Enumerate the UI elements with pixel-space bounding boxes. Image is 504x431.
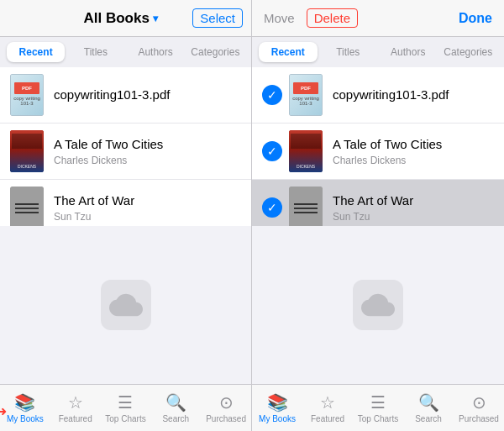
tab-authors-left[interactable]: Authors — [127, 42, 185, 62]
book-author: Charles Dickens — [333, 155, 494, 166]
dropdown-arrow-icon[interactable]: ▾ — [153, 13, 158, 24]
left-bottom-bar: 📚 ➜ My Books ☆ Featured ☰ Top Charts 🔍 S… — [0, 384, 251, 431]
star-icon: ☆ — [68, 392, 83, 413]
bottom-tab-label: Purchased — [206, 414, 246, 423]
all-books-label: All Books — [83, 10, 149, 27]
book-author: Charles Dickens — [54, 155, 241, 166]
right-tab-bar: Recent Titles Authors Categories — [252, 37, 504, 67]
bottom-tab-label: Search — [162, 414, 189, 423]
list-item[interactable]: ✓ PDF copy writing 101-3 copywriting101-… — [252, 67, 504, 124]
done-button[interactable]: Done — [455, 9, 496, 28]
list-item[interactable]: PDF copy writing 101-3 copywriting101-3.… — [0, 67, 251, 124]
book-cover-pdf: PDF copy writing 101-3 — [289, 74, 323, 116]
list-item[interactable]: DICKENS A Tale of Two Cities Charles Dic… — [0, 124, 251, 180]
bottom-tab-search-right[interactable]: 🔍 Search — [403, 388, 454, 428]
right-bottom-bar: 📚 My Books ☆ Featured ☰ Top Charts 🔍 Sea… — [252, 384, 504, 431]
right-panel: Move Delete Done Recent Titles Authors C… — [252, 0, 504, 431]
icloud-icon — [101, 280, 151, 330]
bottom-tab-label: Featured — [311, 414, 344, 423]
book-info: A Tale of Two Cities Charles Dickens — [54, 136, 241, 166]
right-header: Move Delete Done — [252, 0, 504, 37]
left-panel: All Books ▾ Select Recent Titles Authors… — [0, 0, 252, 431]
list-item[interactable]: ✓ The Art of War Sun Tzu — [252, 180, 504, 226]
search-icon: 🔍 — [165, 392, 186, 413]
list-item[interactable]: ✓ DICKENS A Tale of Two Cities Charles D… — [252, 124, 504, 180]
list-icon: ☰ — [118, 392, 133, 413]
list-icon: ☰ — [370, 392, 386, 413]
delete-button[interactable]: Delete — [307, 8, 358, 28]
left-header: All Books ▾ Select — [0, 0, 251, 37]
book-title: The Art of War — [333, 192, 494, 209]
book-cover-war — [10, 187, 44, 226]
red-arrow-icon: ➜ — [0, 403, 7, 419]
tab-recent-right[interactable]: Recent — [259, 42, 318, 62]
book-info: The Art of War Sun Tzu — [54, 192, 241, 223]
icloud-icon-right — [353, 280, 403, 330]
book-title: copywriting101-3.pdf — [333, 87, 494, 103]
book-title: The Art of War — [54, 192, 241, 209]
star-icon: ☆ — [320, 392, 335, 413]
book-title: A Tale of Two Cities — [54, 136, 241, 153]
bottom-tab-label: Search — [415, 414, 442, 423]
bottom-tab-purchased-right[interactable]: ⊙ Purchased — [454, 388, 504, 428]
book-cover-tale: DICKENS — [10, 130, 44, 172]
tab-titles-left[interactable]: Titles — [66, 42, 124, 62]
book-cover-pdf: PDF copy writing 101-3 — [10, 74, 44, 116]
select-circle-checked[interactable]: ✓ — [262, 197, 282, 218]
book-title: A Tale of Two Cities — [333, 136, 494, 153]
bottom-tab-search-left[interactable]: 🔍 Search — [150, 388, 201, 428]
right-book-list: ✓ PDF copy writing 101-3 copywriting101-… — [252, 67, 504, 226]
book-info: copywriting101-3.pdf — [333, 87, 494, 103]
bottom-tab-label: My Books — [7, 414, 44, 423]
purchased-icon: ⊙ — [472, 392, 486, 413]
bottom-tab-label: Featured — [59, 414, 92, 423]
tab-recent-left[interactable]: Recent — [7, 42, 65, 62]
left-tab-bar: Recent Titles Authors Categories — [0, 37, 251, 67]
bottom-tab-featured-left[interactable]: ☆ Featured — [50, 388, 101, 428]
book-author: Sun Tzu — [333, 211, 494, 223]
book-title: copywriting101-3.pdf — [54, 87, 241, 103]
select-circle-checked[interactable]: ✓ — [262, 141, 282, 161]
left-book-list: PDF copy writing 101-3 copywriting101-3.… — [0, 67, 251, 226]
bottom-tab-my-books-left[interactable]: 📚 ➜ My Books — [0, 388, 50, 428]
move-button[interactable]: Move — [260, 9, 298, 27]
bottom-tab-featured-right[interactable]: ☆ Featured — [302, 388, 353, 428]
bottom-tab-label: Top Charts — [105, 414, 145, 423]
tab-authors-right[interactable]: Authors — [379, 42, 438, 62]
icloud-placeholder-right — [252, 226, 504, 385]
book-info: The Art of War Sun Tzu — [333, 192, 494, 223]
select-button[interactable]: Select — [192, 8, 243, 28]
book-info: copywriting101-3.pdf — [54, 87, 241, 103]
icloud-placeholder — [0, 226, 251, 385]
tab-categories-left[interactable]: Categories — [186, 42, 244, 62]
book-cover-war — [289, 187, 323, 226]
bottom-tab-label: My Books — [259, 414, 296, 423]
bottom-tab-top-charts-right[interactable]: ☰ Top Charts — [353, 388, 403, 428]
list-item[interactable]: The Art of War Sun Tzu — [0, 180, 251, 226]
books-icon: 📚 — [267, 392, 288, 413]
tab-categories-right[interactable]: Categories — [439, 42, 498, 62]
bottom-tab-purchased-left[interactable]: ⊙ Purchased — [201, 388, 251, 428]
bottom-tab-my-books-right[interactable]: 📚 My Books — [252, 388, 302, 428]
bottom-tab-label: Purchased — [459, 414, 499, 423]
bottom-tab-top-charts-left[interactable]: ☰ Top Charts — [101, 388, 151, 428]
select-circle-checked[interactable]: ✓ — [262, 85, 282, 105]
bottom-tab-label: Top Charts — [358, 414, 398, 423]
book-cover-tale: DICKENS — [289, 130, 323, 172]
left-header-title[interactable]: All Books ▾ — [83, 10, 157, 27]
search-icon: 🔍 — [418, 392, 439, 413]
tab-titles-right[interactable]: Titles — [319, 42, 378, 62]
book-author: Sun Tzu — [54, 211, 241, 223]
books-icon: 📚 ➜ — [14, 392, 35, 413]
purchased-icon: ⊙ — [219, 392, 234, 413]
book-info: A Tale of Two Cities Charles Dickens — [333, 136, 494, 166]
header-actions: Move Delete — [260, 8, 358, 28]
